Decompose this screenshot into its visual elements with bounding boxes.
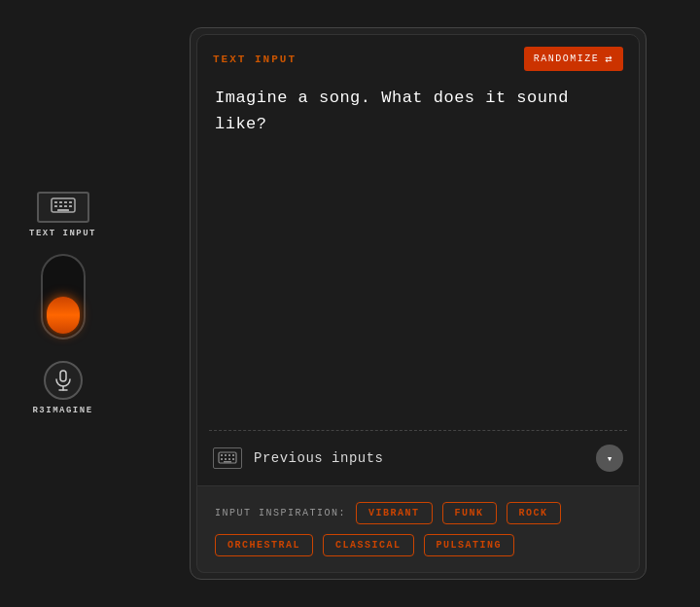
- svg-rect-7: [64, 205, 67, 207]
- sidebar: TEXT INPUT R3IMAGINE: [29, 192, 96, 415]
- inspiration-tags-row2: ORCHESTRAL CLASSICAL PULSATING: [215, 534, 621, 556]
- toggle-knob: [47, 297, 80, 334]
- svg-rect-16: [228, 454, 230, 456]
- sidebar-reimagine-label: R3IMAGINE: [32, 406, 92, 415]
- svg-rect-4: [69, 201, 72, 203]
- sidebar-reimagine-block[interactable]: R3IMAGINE: [32, 361, 92, 415]
- sidebar-text-input-icon-box: [37, 192, 89, 223]
- svg-rect-21: [232, 458, 234, 460]
- mic-icon-circle: [44, 361, 83, 400]
- inspiration-label: INPUT INSPIRATION:: [215, 508, 346, 518]
- tag-classical[interactable]: CLASSICAL: [323, 534, 414, 556]
- svg-rect-2: [59, 201, 62, 203]
- previous-inputs-left: Previous inputs: [213, 447, 384, 469]
- svg-rect-17: [232, 454, 234, 456]
- sidebar-text-input-label: TEXT INPUT: [29, 229, 96, 238]
- main-panel: TEXT INPUT RANDOMIZE ⇄ Imagine a song. W…: [190, 27, 647, 580]
- svg-rect-9: [57, 209, 69, 211]
- previous-inputs-row[interactable]: Previous inputs ▾: [197, 431, 639, 485]
- inspiration-section: INPUT INSPIRATION: VIBRANT FUNK ROCK ORC…: [196, 486, 640, 573]
- text-input-header: TEXT INPUT RANDOMIZE ⇄: [197, 35, 639, 81]
- svg-rect-3: [64, 201, 67, 203]
- svg-rect-14: [221, 454, 223, 456]
- dropdown-arrow-icon: ▾: [607, 452, 613, 465]
- sidebar-text-input-block[interactable]: TEXT INPUT: [29, 192, 96, 238]
- svg-rect-1: [54, 201, 57, 203]
- shuffle-icon: ⇄: [605, 52, 613, 66]
- prev-keyboard-icon-box: [213, 447, 242, 469]
- svg-rect-8: [69, 205, 72, 207]
- previous-inputs-label: Previous inputs: [254, 450, 384, 466]
- text-content-area[interactable]: Imagine a song. What does it sound like?: [197, 81, 639, 430]
- svg-rect-10: [60, 371, 66, 381]
- tag-orchestral[interactable]: ORCHESTRAL: [215, 534, 313, 556]
- tag-rock[interactable]: ROCK: [507, 502, 561, 524]
- tag-pulsating[interactable]: PULSATING: [424, 534, 515, 556]
- text-input-section-label: TEXT INPUT: [213, 54, 297, 65]
- svg-rect-19: [225, 458, 227, 460]
- tag-funk[interactable]: FUNK: [442, 502, 497, 524]
- text-input-section: TEXT INPUT RANDOMIZE ⇄ Imagine a song. W…: [196, 34, 640, 486]
- svg-rect-20: [228, 458, 230, 460]
- text-content: Imagine a song. What does it sound like?: [215, 89, 569, 133]
- prev-keyboard-icon: [218, 451, 237, 465]
- svg-rect-5: [54, 205, 57, 207]
- svg-rect-22: [224, 461, 231, 463]
- toggle-switch[interactable]: [41, 254, 86, 339]
- previous-inputs-dropdown[interactable]: ▾: [596, 445, 623, 472]
- tag-vibrant[interactable]: VIBRANT: [356, 502, 433, 524]
- randomize-label: RANDOMIZE: [534, 54, 600, 64]
- svg-rect-15: [225, 454, 227, 456]
- inspiration-header-row: INPUT INSPIRATION: VIBRANT FUNK ROCK: [215, 502, 621, 524]
- mic-icon: [53, 370, 73, 391]
- keyboard-icon: [51, 197, 76, 217]
- svg-rect-18: [221, 458, 223, 460]
- randomize-button[interactable]: RANDOMIZE ⇄: [524, 47, 623, 71]
- svg-rect-6: [59, 205, 62, 207]
